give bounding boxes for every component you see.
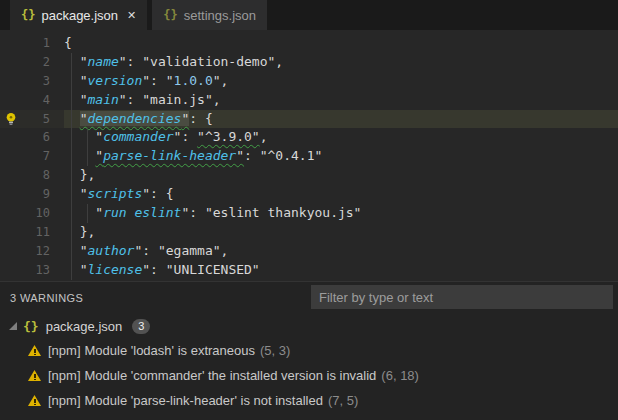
code-line[interactable]: 13 "license": "UNLICENSED" [0,261,618,280]
code-line[interactable]: 11 }, [0,223,618,242]
problem-position: (6, 18) [381,368,419,383]
warning-icon [28,345,41,356]
code-text[interactable]: "license": "UNLICENSED" [64,261,618,280]
line-number: 12 [36,242,50,261]
code-text[interactable]: }, [64,223,618,242]
problem-position: (7, 5) [328,393,358,408]
code-line[interactable]: 10 "run eslint": "eslint thankyou.js" [0,204,618,223]
problem-message: Module 'lodash' is extraneous [85,343,255,358]
problems-file-group[interactable]: {} package.json 3 [0,314,618,338]
line-gutter: 8 [0,166,64,185]
tab-package-json[interactable]: {} package.json ✕ [10,0,147,30]
code-line[interactable]: 7 "parse-link-header": "^0.4.1" [0,147,618,166]
json-file-icon: {} [163,8,177,22]
line-number: 2 [43,53,50,72]
line-gutter: 3 [0,72,64,91]
problem-message: Module 'parse-link-header' is not instal… [85,393,323,408]
line-gutter: 4 [0,91,64,110]
tab-settings-json[interactable]: {} settings.json [152,0,267,30]
problem-item[interactable]: [npm] Module 'lodash' is extraneous (5, … [0,338,618,363]
problems-file-name: package.json [46,319,123,334]
code-text[interactable]: }, [64,166,618,185]
problem-position: (5, 3) [260,343,290,358]
code-text[interactable]: { [64,34,618,53]
problem-item[interactable]: [npm] Module 'parse-link-header' is not … [0,388,618,413]
line-number: 6 [43,128,50,147]
problem-source: [npm] [48,393,81,408]
code-text[interactable]: "commander": "^3.9.0", [64,128,618,147]
line-number: 11 [36,223,50,242]
editor-tab-bar: {} package.json ✕ {} settings.json [0,0,618,30]
code-line[interactable]: 5 "dependencies": { [0,110,618,129]
code-line[interactable]: 2 "name": "validation-demo", [0,53,618,72]
problems-panel: 3 WARNINGS {} package.json 3 [npm] Modul… [0,281,618,420]
line-gutter: 7 [0,147,64,166]
line-number: 9 [43,185,50,204]
editor-lines: 1{2 "name": "validation-demo",3 "version… [0,34,618,280]
line-number: 3 [43,72,50,91]
line-number: 13 [36,261,50,280]
code-text[interactable]: "dependencies": { [64,110,618,129]
line-gutter: 6 [0,128,64,147]
code-text[interactable]: "version": "1.0.0", [64,72,618,91]
line-number: 10 [36,204,50,223]
code-text[interactable]: "parse-link-header": "^0.4.1" [64,147,618,166]
problems-filter-input[interactable] [311,285,613,309]
problems-panel-header: 3 WARNINGS [0,282,618,312]
problem-source: [npm] [48,368,81,383]
code-line[interactable]: 9 "scripts": { [0,185,618,204]
code-text[interactable]: "scripts": { [64,185,618,204]
code-text[interactable]: "run eslint": "eslint thankyou.js" [64,204,618,223]
vscode-window: {} package.json ✕ {} settings.json 1{2 "… [0,0,618,420]
line-gutter: 10 [0,204,64,223]
tab-label: settings.json [184,8,256,23]
line-number: 5 [43,110,50,129]
code-editor[interactable]: 1{2 "name": "validation-demo",3 "version… [0,30,618,281]
line-number: 4 [43,91,50,110]
problem-message: Module 'commander' the installed version… [85,368,377,383]
close-icon[interactable]: ✕ [127,9,136,22]
warning-icon [28,395,41,406]
line-number: 7 [43,147,50,166]
line-number: 8 [43,166,50,185]
line-gutter: 13 [0,261,64,280]
warning-icon [28,370,41,381]
line-gutter: 2 [0,53,64,72]
line-gutter: 1 [0,34,64,53]
code-text[interactable]: "name": "validation-demo", [64,53,618,72]
code-line[interactable]: 1{ [0,34,618,53]
code-line[interactable]: 4 "main": "main.js", [0,91,618,110]
line-gutter: 12 [0,242,64,261]
warnings-count-label: 3 WARNINGS [10,292,83,304]
problem-item[interactable]: [npm] Module 'commander' the installed v… [0,363,618,388]
code-text[interactable]: "main": "main.js", [64,91,618,110]
line-gutter: 9 [0,185,64,204]
json-file-icon: {} [23,319,39,334]
code-text[interactable]: "author": "egamma", [64,242,618,261]
line-gutter: 11 [0,223,64,242]
code-line[interactable]: 6 "commander": "^3.9.0", [0,128,618,147]
expand-twistie-icon[interactable] [9,322,17,330]
lightbulb-icon[interactable] [4,112,18,126]
tab-label: package.json [41,8,118,23]
problem-source: [npm] [48,343,81,358]
code-line[interactable]: 8 }, [0,166,618,185]
line-gutter: 5 [0,110,64,129]
json-file-icon: {} [21,8,35,22]
code-line[interactable]: 3 "version": "1.0.0", [0,72,618,91]
code-line[interactable]: 12 "author": "egamma", [0,242,618,261]
line-number: 1 [43,34,50,53]
problems-count-badge: 3 [132,319,150,334]
